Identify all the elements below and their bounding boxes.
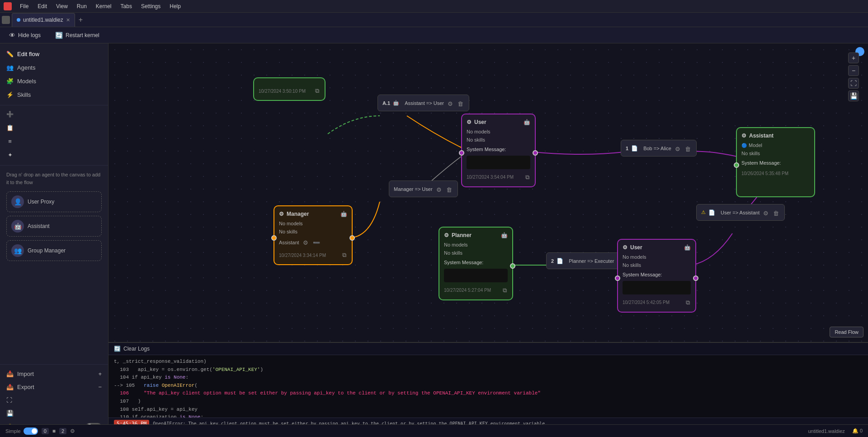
node-user2-port-right <box>693 276 698 281</box>
save-icon-action[interactable]: 💾 <box>0 407 108 420</box>
statusbar-icon2[interactable]: ⚙ <box>70 428 75 434</box>
node-user-sysmsg-input[interactable] <box>467 156 530 169</box>
node-copy-btn[interactable]: ⧉ <box>314 86 320 95</box>
zoom-out-button[interactable]: − <box>848 65 859 76</box>
sidebar-item-edit-flow[interactable]: ✏️ Edit flow <box>0 47 108 61</box>
edge-box-manager-user[interactable]: Manager => User ⚙ 🗑 <box>389 180 458 197</box>
menu-edit[interactable]: Edit <box>34 2 51 10</box>
restart-kernel-label: Restart kernel <box>66 32 99 38</box>
edge-bob-delete[interactable]: 🗑 <box>684 145 692 153</box>
edge-box-user-assistant[interactable]: ⚠ 📄 User => Assistant ⚙ 🗑 <box>696 204 785 221</box>
node-assistant-footer: 10/26/2024 5:35:48 PM <box>741 171 810 176</box>
node-assistant-title: Assistant <box>749 133 774 139</box>
sidebar-item-icon2[interactable]: 📋 <box>0 121 108 134</box>
agent-card-group-manager[interactable]: 👥 Group Manager <box>6 240 102 261</box>
sidebar-item-icon4[interactable]: ✦ <box>0 148 108 162</box>
edge-box-bob-alice[interactable]: 1 📄 Bob => Alice ⚙ 🗑 <box>621 140 697 157</box>
statusbar-notification: 🔔 0 <box>852 428 863 434</box>
agent-card-assistant[interactable]: 🤖 Assistant <box>6 216 102 237</box>
statusbar-left: Simple 0 ■ 2 ⚙ <box>5 428 75 435</box>
node-manager-copy[interactable]: ⧉ <box>341 251 347 260</box>
node-top-left[interactable]: 10/27/2024 3:50:10 PM ⧉ <box>253 77 326 101</box>
models-label: Models <box>17 78 36 85</box>
node-user2-skills: No skills <box>623 261 691 270</box>
node-planner-sysmsg-input[interactable] <box>444 269 508 282</box>
node-user-body: No models No skills System Message: <box>467 128 530 169</box>
node-manager-port-left <box>271 235 277 241</box>
edge-bob-settings[interactable]: ⚙ <box>674 145 681 153</box>
node-planner-badge: 🤖 <box>501 232 508 238</box>
node-manager[interactable]: ⚙ Manager 🤖 No models No skills Assistan… <box>274 205 353 265</box>
sidebar-item-icon3[interactable]: ≡ <box>0 134 108 148</box>
edge-a1-settings[interactable]: ⚙ <box>447 100 454 108</box>
zoom-fit-button[interactable]: ⛶ <box>848 78 859 89</box>
log-content[interactable]: t, _strict_response_validation) 103 api_… <box>108 355 868 418</box>
node-user[interactable]: ⚙ User 🤖 No models No skills System Mess… <box>461 114 536 187</box>
edge-ua-delete[interactable]: 🗑 <box>772 209 780 218</box>
export-icon: 📤 <box>6 384 14 390</box>
restart-kernel-button[interactable]: 🔄 Restart kernel <box>52 30 103 41</box>
sidebar-item-icon1[interactable]: ➕ <box>0 107 108 121</box>
menu-kernel[interactable]: Kernel <box>92 2 115 10</box>
node-user2-title: User <box>630 244 642 251</box>
edge-bob-label: Bob => Alice <box>643 146 671 151</box>
hide-logs-button[interactable]: 👁 Hide logs <box>5 30 44 41</box>
log-header: 🔄 Clear Logs <box>108 343 868 355</box>
node-planner-footer: 10/27/2024 5:27:04 PM ⧉ <box>444 286 508 295</box>
tab-untitled1[interactable]: untitled1.waldiez ✕ <box>12 13 75 27</box>
node-user2-port-left <box>615 276 620 281</box>
node-user2-sysmsg-input[interactable] <box>623 281 691 294</box>
menu-tabs[interactable]: Tabs <box>117 2 136 10</box>
menu-view[interactable]: View <box>52 2 71 10</box>
simple-toggle[interactable]: Simple <box>5 428 38 435</box>
node-manager-port-right <box>349 235 355 241</box>
menu-settings[interactable]: Settings <box>137 2 164 10</box>
toolbar: 👁 Hide logs 🔄 Restart kernel <box>0 27 868 43</box>
read-flow-button[interactable]: Read Flow <box>830 327 863 337</box>
tab-close-button[interactable]: ✕ <box>66 17 70 23</box>
node-manager-assistant-settings[interactable]: ⚙ <box>302 238 309 247</box>
agent-card-user-proxy[interactable]: 👤 User Proxy <box>6 191 102 212</box>
node-planner-copy[interactable]: ⧉ <box>502 286 508 295</box>
zoom-save-button[interactable]: 💾 <box>848 90 859 101</box>
fit-icon-action[interactable]: ⛶ <box>0 394 108 407</box>
edge-manager-delete[interactable]: 🗑 <box>445 185 453 194</box>
node-manager-skills: No skills <box>279 228 347 236</box>
node-user-copy[interactable]: ⧉ <box>524 173 530 182</box>
export-action[interactable]: 📤 Export − <box>0 380 108 394</box>
canvas-area[interactable]: 10/27/2024 3:50:10 PM ⧉ A.1 🤖 Assistant … <box>108 43 868 437</box>
sidebar-item-agents[interactable]: 👥 Agents <box>0 61 108 74</box>
tab-add-button[interactable]: + <box>75 16 86 24</box>
import-label: Import <box>17 370 34 377</box>
export-label: Export <box>17 384 34 390</box>
log-line-4: 106 "The api_key client option must be s… <box>114 390 863 398</box>
icon2: 📋 <box>6 124 14 131</box>
group-manager-label: Group Manager <box>28 247 66 254</box>
node-user2-ts: 10/27/2024 5:42:05 PM <box>623 300 670 305</box>
node-user2-copy[interactable]: ⧉ <box>685 298 691 307</box>
icon1: ➕ <box>6 110 14 118</box>
clear-logs-button[interactable]: 🔄 Clear Logs <box>114 346 150 352</box>
node-planner[interactable]: ⚙ Planner 🤖 No models No skills System M… <box>439 227 513 300</box>
menu-file[interactable]: File <box>16 2 32 10</box>
sidebar-item-skills[interactable]: ⚡ Skills <box>0 88 108 101</box>
zoom-in-button[interactable]: + <box>848 52 859 63</box>
edge-box-a1[interactable]: A.1 🤖 Assistant => User ⚙ 🗑 <box>377 95 469 111</box>
node-user2[interactable]: ⚙ User 🤖 No models No skills System Mess… <box>617 239 696 313</box>
export-minus-icon: − <box>98 384 102 390</box>
mini-toggle[interactable] <box>24 428 38 435</box>
node-user-badge: 🤖 <box>524 119 530 125</box>
sidebar-item-models[interactable]: 🧩 Models <box>0 74 108 88</box>
edge-ua-settings[interactable]: ⚙ <box>762 209 769 218</box>
node-assistant[interactable]: ⚙ Assistant 🔵 Model No skills System Mes… <box>736 127 815 197</box>
edge-bob-controls: ⚙ 🗑 <box>674 145 692 153</box>
node-assistant-skills: No skills <box>741 150 810 158</box>
node-manager-assistant-minus[interactable]: ➖ <box>312 238 321 247</box>
menu-run[interactable]: Run <box>73 2 90 10</box>
menu-help[interactable]: Help <box>166 2 184 10</box>
agents-label: Agents <box>17 64 35 71</box>
edge-manager-settings[interactable]: ⚙ <box>435 185 443 194</box>
edge-a1-delete[interactable]: 🗑 <box>457 100 464 108</box>
node-planner-body: No models No skills System Message: <box>444 241 508 282</box>
import-action[interactable]: 📥 Import + <box>0 367 108 380</box>
